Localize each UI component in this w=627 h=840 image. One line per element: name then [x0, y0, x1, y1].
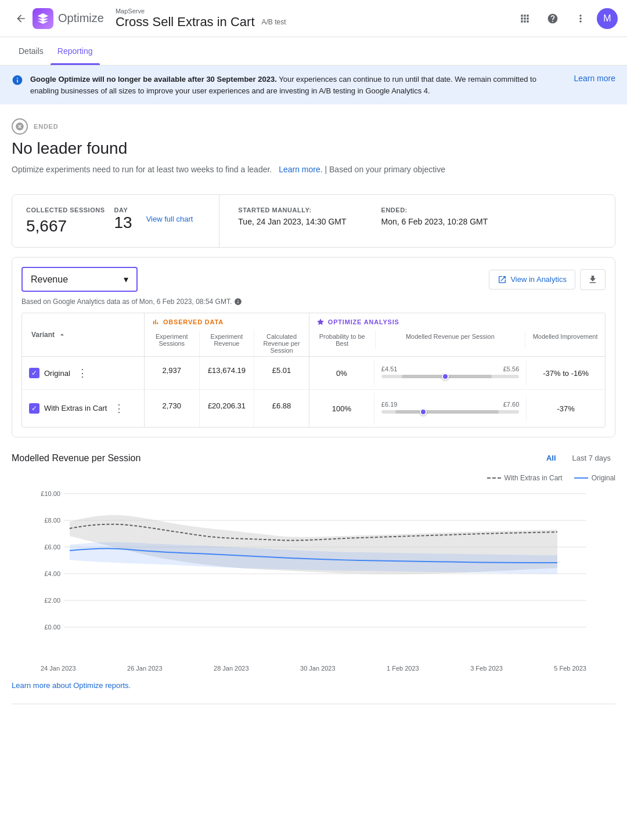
original-checkbox[interactable]: ✓: [29, 368, 39, 378]
app-logo: Optimize: [33, 8, 104, 29]
extras-mod-rev: £6.19 £7.60: [374, 396, 527, 421]
more-button[interactable]: [569, 7, 592, 30]
extras-revenue: £20,206.31: [200, 390, 255, 427]
chart-container: £10.00 £8.00 £6.00 £4.00 £2.00 £0.00 2: [12, 487, 615, 672]
optimize-section-header: OPTIMIZE ANALYSIS Probability to be Best…: [309, 313, 605, 356]
prob-col-header: Probability to be Best: [309, 331, 376, 349]
chart-legend: With Extras in Cart Original: [12, 474, 615, 482]
original-mod-rev: £4.51 £5.56: [374, 361, 527, 385]
svg-text:£6.00: £6.00: [44, 544, 60, 551]
notice-learn-more-link[interactable]: Learn more: [574, 74, 615, 83]
user-avatar[interactable]: M: [597, 8, 618, 29]
observed-section-header: OBSERVED DATA Experiment Sessions Experi…: [144, 313, 309, 356]
day-stat: DAY 13 View full chart: [114, 207, 193, 232]
table-row: ✓ With Extras in Cart ⋮ 2,730 £20,206.31…: [22, 390, 605, 427]
footer-divider: [12, 704, 615, 704]
extras-checkbox[interactable]: ✓: [29, 403, 39, 414]
tabs-bar: Details Reporting: [0, 37, 627, 66]
extras-variant-cell: ✓ With Extras in Cart ⋮: [22, 395, 144, 422]
extras-optimize-cells: 100% £6.19 £7.60 -37%: [309, 390, 605, 427]
ab-test-badge: A/B test: [262, 18, 286, 26]
ended-stat-value: Mon, 6 Feb 2023, 10:28 GMT: [381, 217, 488, 226]
tab-reporting[interactable]: Reporting: [51, 37, 100, 65]
svg-text:£10.00: £10.00: [41, 490, 60, 497]
original-slider-thumb: [442, 373, 449, 380]
original-menu-button[interactable]: ⋮: [75, 364, 90, 382]
chart-header: Modelled Revenue per Session All Last 7 …: [12, 451, 615, 465]
original-calc-rev: £5.01: [254, 357, 309, 389]
status-row: ENDED: [12, 118, 615, 135]
notice-text: Google Optimize will no longer be availa…: [30, 74, 562, 96]
original-variant-name: Original: [44, 369, 70, 378]
period-last7-button[interactable]: Last 7 days: [568, 451, 616, 465]
chart-section: Modelled Revenue per Session All Last 7 …: [12, 451, 615, 690]
started-label: STARTED MANUALLY:: [238, 207, 346, 213]
stats-right-panel: STARTED MANUALLY: Tue, 24 Jan 2023, 14:3…: [219, 195, 615, 247]
logo-icon: [33, 8, 53, 29]
chart-title: Modelled Revenue per Session: [12, 453, 140, 464]
status-section: ENDED No leader found Optimize experimen…: [0, 104, 627, 185]
revenue-dropdown[interactable]: Revenue ▾: [21, 267, 138, 292]
solid-line-icon: [574, 477, 588, 479]
improvement-col-header: Modelled Improvement: [525, 331, 605, 349]
extras-observed-cells: 2,730 £20,206.31 £6.88: [144, 390, 309, 427]
extras-improvement: -37%: [527, 393, 605, 425]
mod-rev-col-header: Modelled Revenue per Session: [376, 331, 526, 349]
header-subtitle: MapServe: [116, 8, 286, 15]
original-optimize-cells: 0% £4.51 £5.56 -37% to -16%: [309, 357, 605, 389]
revenue-section: Revenue ▾ View in Analytics Based on Goo…: [12, 257, 615, 437]
ended-stat-label: ENDED:: [381, 207, 488, 213]
header-actions: M: [513, 7, 618, 30]
app-name: Optimize: [58, 12, 104, 25]
back-button[interactable]: [9, 7, 33, 30]
dropdown-arrow-icon: ▾: [124, 274, 128, 285]
original-revenue: £13,674.19: [200, 357, 255, 389]
ended-label: ENDED: [34, 123, 59, 130]
chart-svg: £10.00 £8.00 £6.00 £4.00 £2.00 £0.00: [12, 487, 615, 661]
day-label: DAY: [114, 207, 132, 213]
view-chart-link[interactable]: View full chart: [146, 215, 193, 223]
original-observed-cells: 2,937 £13,674.19 £5.01: [144, 357, 309, 389]
header-title: Cross Sell Extras in Cart A/B test: [116, 15, 286, 30]
app-header: Optimize MapServe Cross Sell Extras in C…: [0, 0, 627, 37]
learn-more-reports-link[interactable]: Learn more about Optimize reports.: [12, 681, 131, 690]
extras-sessions: 2,730: [145, 390, 200, 427]
started-value: Tue, 24 Jan 2023, 14:30 GMT: [238, 217, 346, 226]
table-row: ✓ Original ⋮ 2,937 £13,674.19 £5.01 0% £…: [22, 357, 605, 390]
view-in-analytics-button[interactable]: View in Analytics: [489, 270, 575, 289]
original-prob: 0%: [309, 360, 374, 387]
sessions-stat: COLLECTED SESSIONS 5,667: [26, 207, 105, 236]
stats-left-panel: COLLECTED SESSIONS 5,667 DAY 13 View ful…: [12, 195, 219, 247]
sessions-label: COLLECTED SESSIONS: [26, 207, 105, 213]
extras-slider-thumb: [420, 408, 427, 415]
original-variant-cell: ✓ Original ⋮: [22, 360, 144, 386]
notice-banner: Google Optimize will no longer be availa…: [0, 66, 627, 104]
variant-col-header: Variant: [22, 313, 144, 356]
svg-text:£0.00: £0.00: [44, 624, 60, 631]
dotted-line-icon: [487, 477, 501, 479]
sessions-col-header: Experiment Sessions: [145, 331, 200, 356]
legend-original: Original: [574, 474, 615, 482]
period-all-button[interactable]: All: [542, 451, 561, 465]
started-stat: STARTED MANUALLY: Tue, 24 Jan 2023, 14:3…: [238, 207, 346, 236]
tab-details[interactable]: Details: [12, 37, 51, 65]
grid-button[interactable]: [513, 7, 536, 30]
x-axis-labels: 24 Jan 2023 26 Jan 2023 28 Jan 2023 30 J…: [12, 662, 615, 672]
status-description: Optimize experiments need to run for at …: [12, 164, 615, 176]
svg-text:£2.00: £2.00: [44, 597, 60, 604]
stats-card: COLLECTED SESSIONS 5,667 DAY 13 View ful…: [12, 194, 615, 248]
status-learn-more-link[interactable]: Learn more.: [279, 165, 322, 174]
extras-menu-button[interactable]: ⋮: [111, 400, 127, 417]
ended-stat: ENDED: Mon, 6 Feb 2023, 10:28 GMT: [381, 207, 488, 236]
data-table: Variant OBSERVED DATA Experiment Session…: [21, 313, 606, 428]
sessions-value: 5,667: [26, 217, 105, 236]
legend-extras: With Extras in Cart: [487, 474, 563, 482]
revenue-actions: View in Analytics: [489, 269, 606, 290]
extras-variant-name: With Extras in Cart: [44, 404, 107, 414]
original-sessions: 2,937: [145, 357, 200, 389]
original-improvement: -37% to -16%: [527, 360, 605, 387]
download-button[interactable]: [580, 269, 606, 290]
help-button[interactable]: [541, 7, 564, 30]
revenue-col-header: Experiment Revenue: [200, 331, 255, 356]
extras-prob: 100%: [309, 393, 374, 425]
